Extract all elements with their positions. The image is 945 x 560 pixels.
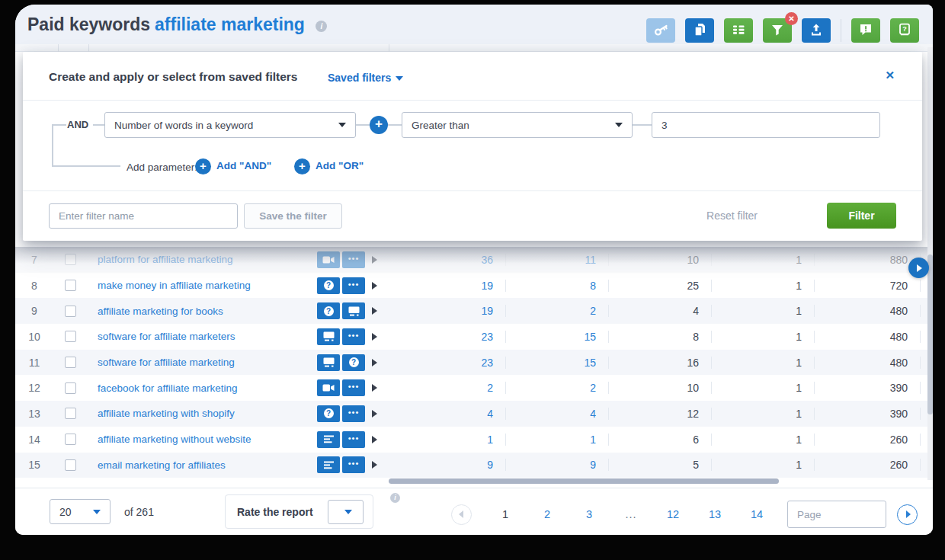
- question-feature-button[interactable]: ?: [317, 302, 340, 319]
- snippet-feature-button[interactable]: [317, 431, 340, 448]
- key-button[interactable]: [646, 18, 675, 43]
- expand-chevron-icon[interactable]: [372, 461, 377, 469]
- keyword-link[interactable]: affiliate marketing with shopify: [98, 408, 235, 419]
- metric-value[interactable]: 19: [385, 305, 505, 317]
- metric-value[interactable]: 2: [505, 382, 608, 394]
- question-feature-button[interactable]: ?: [317, 277, 340, 294]
- page-number-2[interactable]: 2: [539, 508, 556, 520]
- remove-filter-badge[interactable]: ✕: [785, 12, 798, 25]
- comparator-select[interactable]: Greater than: [402, 112, 633, 138]
- rate-select[interactable]: [328, 500, 364, 524]
- metric-value[interactable]: 15: [505, 357, 608, 369]
- add-or-button[interactable]: Add "OR": [316, 160, 364, 171]
- keyword-link[interactable]: email marketing for affiliates: [98, 459, 226, 471]
- feedback-button[interactable]: [851, 18, 880, 43]
- metric-value[interactable]: 23: [385, 357, 505, 369]
- more-feature-button[interactable]: •••: [342, 277, 365, 294]
- row-checkbox[interactable]: [65, 254, 76, 265]
- keyword-link[interactable]: affiliate marketing for books: [98, 306, 223, 317]
- prev-page-button[interactable]: [451, 504, 472, 525]
- metric-value[interactable]: 19: [385, 280, 505, 292]
- video-feature-button[interactable]: [317, 251, 340, 268]
- apply-filter-button[interactable]: Filter: [827, 203, 896, 229]
- metric-value[interactable]: 4: [505, 408, 608, 420]
- expand-chevron-icon[interactable]: [372, 410, 377, 418]
- plus-icon[interactable]: +: [294, 158, 310, 174]
- row-checkbox[interactable]: [65, 357, 76, 368]
- metric-value[interactable]: 9: [505, 459, 608, 471]
- metric-value[interactable]: 2: [505, 305, 608, 317]
- more-feature-button[interactable]: •••: [342, 431, 365, 448]
- keyword-link[interactable]: platform for affiliate marketing: [98, 254, 233, 265]
- metric-value[interactable]: 15: [505, 331, 608, 343]
- snippet-feature-button[interactable]: [317, 456, 340, 473]
- metric-value[interactable]: 36: [385, 254, 505, 266]
- horizontal-scrollbar[interactable]: [389, 478, 779, 484]
- expand-chevron-icon[interactable]: [372, 359, 377, 366]
- row-checkbox[interactable]: [65, 434, 76, 445]
- page-number-3[interactable]: 3: [581, 508, 597, 520]
- metric-value[interactable]: 8: [505, 280, 608, 292]
- page-number-input[interactable]: [787, 501, 886, 528]
- row-checkbox[interactable]: [65, 408, 76, 419]
- expand-chevron-icon[interactable]: [372, 256, 377, 264]
- expand-chevron-icon[interactable]: [372, 307, 377, 315]
- more-feature-button[interactable]: •••: [342, 328, 365, 345]
- video-feature-button[interactable]: [317, 379, 340, 396]
- shopping-feature-button[interactable]: [342, 302, 365, 319]
- row-checkbox[interactable]: [65, 382, 76, 394]
- expand-chevron-icon[interactable]: [372, 333, 377, 341]
- next-page-button[interactable]: [897, 504, 918, 525]
- more-feature-button[interactable]: •••: [342, 379, 365, 396]
- page-number-13[interactable]: 13: [706, 508, 723, 520]
- add-condition-button[interactable]: +: [370, 116, 388, 134]
- row-checkbox[interactable]: [65, 280, 76, 291]
- filter-field-select[interactable]: Number of words in a keyword: [104, 112, 356, 138]
- shopping-feature-button[interactable]: [317, 354, 340, 371]
- metric-value[interactable]: 2: [385, 382, 505, 394]
- reset-filter-link[interactable]: Reset filter: [706, 210, 758, 222]
- metric-value[interactable]: 1: [385, 434, 505, 446]
- help-button[interactable]: ?: [890, 18, 919, 43]
- expand-chevron-icon[interactable]: [372, 436, 377, 443]
- more-feature-button[interactable]: •••: [342, 456, 365, 473]
- saved-filters-dropdown[interactable]: Saved filters: [328, 72, 403, 84]
- metric-value[interactable]: 1: [505, 434, 608, 446]
- info-icon[interactable]: i: [390, 493, 400, 503]
- save-filter-button[interactable]: Save the filter: [244, 203, 342, 229]
- row-checkbox[interactable]: [65, 459, 76, 471]
- metric-value[interactable]: 23: [385, 331, 505, 343]
- copy-button[interactable]: [685, 18, 714, 43]
- metric-value[interactable]: 4: [385, 408, 505, 420]
- page-number-12[interactable]: 12: [665, 508, 681, 520]
- expand-chevron-icon[interactable]: [372, 384, 377, 392]
- keyword-link[interactable]: affiliate marketing without website: [98, 434, 251, 445]
- page-size-select[interactable]: 20: [50, 499, 111, 524]
- info-icon[interactable]: i: [316, 21, 327, 32]
- vertical-scrollbar-thumb[interactable]: [927, 254, 933, 414]
- more-feature-button[interactable]: •••: [342, 251, 365, 268]
- question-feature-button[interactable]: ?: [342, 354, 365, 371]
- expand-chevron-icon[interactable]: [372, 282, 377, 290]
- more-feature-button[interactable]: •••: [342, 405, 365, 422]
- page-number-14[interactable]: 14: [748, 508, 765, 520]
- export-button[interactable]: [802, 18, 831, 43]
- keyword-link[interactable]: make money in affiliate marketing: [98, 280, 251, 291]
- metric-value[interactable]: 11: [505, 254, 608, 266]
- question-feature-button[interactable]: ?: [317, 405, 340, 422]
- keyword-link[interactable]: software for affiliate marketing: [98, 357, 235, 368]
- close-panel-button[interactable]: ✕: [885, 69, 895, 82]
- keyword-link[interactable]: facebook for affiliate marketing: [98, 382, 238, 394]
- add-and-button[interactable]: Add "AND": [216, 160, 271, 171]
- plus-icon[interactable]: +: [195, 158, 211, 174]
- keyword-link[interactable]: software for affiliate marketers: [98, 331, 235, 342]
- scroll-right-button[interactable]: [908, 258, 929, 278]
- metric-value[interactable]: 9: [385, 459, 505, 471]
- shopping-feature-button[interactable]: [317, 328, 340, 345]
- row-checkbox[interactable]: [65, 306, 76, 317]
- row-checkbox[interactable]: [65, 331, 76, 342]
- filter-funnel-button[interactable]: ✕: [763, 18, 792, 43]
- filter-name-input[interactable]: [49, 203, 238, 229]
- list-view-button[interactable]: [724, 18, 753, 43]
- filter-value-input[interactable]: [652, 112, 880, 138]
